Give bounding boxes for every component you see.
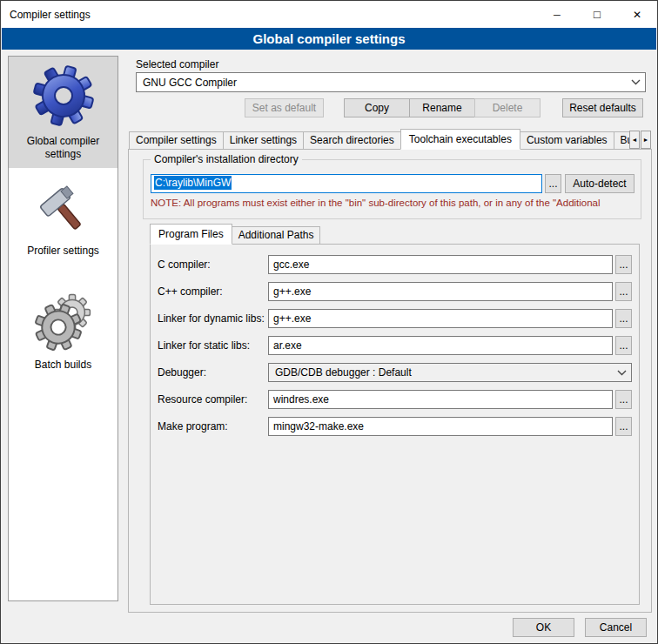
auto-detect-button[interactable]: Auto-detect [565, 174, 634, 193]
compiler-select[interactable]: GNU GCC Compiler [136, 72, 646, 92]
program-files-panel: C compiler: ... C++ compiler: ... Linker… [150, 244, 640, 605]
toolchain-executables-panel: Compiler's installation directory C:\ray… [128, 149, 652, 613]
settings-tabs: Compiler settings Linker settings Search… [129, 129, 630, 150]
cpp-compiler-input[interactable] [268, 282, 613, 301]
tab-build-options[interactable]: Buil [614, 131, 630, 150]
field-row-linker-static: Linker for static libs: ... [158, 336, 632, 355]
tab-compiler-settings[interactable]: Compiler settings [129, 131, 224, 150]
maximize-button[interactable]: □ [577, 1, 617, 28]
close-icon: ✕ [633, 9, 641, 21]
arrow-left-icon: ◄ [632, 137, 638, 143]
cancel-button[interactable]: Cancel [585, 618, 647, 637]
browse-button[interactable]: ... [615, 255, 632, 274]
title-bar[interactable]: Compiler settings ─ □ ✕ [1, 1, 657, 28]
gear-icon [31, 64, 96, 128]
tab-linker-settings[interactable]: Linker settings [223, 131, 304, 150]
delete-button[interactable]: Delete [474, 98, 540, 117]
ok-button[interactable]: OK [513, 618, 574, 637]
c-compiler-input[interactable] [268, 255, 613, 274]
profiler-hammer-icon [37, 184, 91, 238]
note-text: NOTE: All programs must exist either in … [151, 198, 636, 208]
field-label: Debugger: [158, 366, 268, 379]
browse-button[interactable]: ... [615, 309, 632, 328]
rename-button[interactable]: Rename [409, 98, 475, 117]
browse-directory-button[interactable]: ... [545, 174, 561, 193]
browse-button[interactable]: ... [615, 336, 632, 355]
sidebar-item-batch-builds[interactable]: Batch builds [9, 284, 118, 379]
close-button[interactable]: ✕ [617, 1, 657, 28]
subtab-program-files[interactable]: Program Files [150, 224, 232, 245]
field-label: Make program: [158, 420, 268, 433]
make-program-input[interactable] [268, 417, 613, 436]
field-label: Linker for dynamic libs: [158, 312, 268, 325]
browse-button[interactable]: ... [615, 282, 632, 301]
sidebar-item-label: Batch builds [35, 359, 91, 372]
tab-scroll-left-button[interactable]: ◄ [629, 131, 640, 149]
tab-scroll-buttons: ◄ ► [629, 131, 652, 149]
field-label: C++ compiler: [158, 285, 268, 298]
installation-directory-group: Compiler's installation directory C:\ray… [143, 159, 641, 219]
selected-compiler-label: Selected compiler [136, 58, 218, 70]
tab-scroll-right-button[interactable]: ► [641, 131, 651, 149]
minimize-button[interactable]: ─ [537, 1, 577, 28]
field-label: C compiler: [158, 258, 268, 271]
installation-directory-group-title: Compiler's installation directory [151, 153, 302, 165]
set-as-default-button[interactable]: Set as default [245, 98, 324, 117]
tab-custom-variables[interactable]: Custom variables [520, 131, 614, 150]
field-row-cpp-compiler: C++ compiler: ... [158, 282, 632, 301]
installation-directory-input[interactable]: C:\raylib\MinGW [151, 174, 542, 193]
debugger-select[interactable]: GDB/CDB debugger : Default [268, 363, 632, 382]
field-row-resource-compiler: Resource compiler: ... [158, 390, 632, 409]
debugger-select-value: GDB/CDB debugger : Default [275, 366, 617, 379]
field-row-c-compiler: C compiler: ... [158, 255, 632, 274]
batch-builds-gears-icon [33, 291, 94, 352]
linker-dynamic-input[interactable] [268, 309, 613, 328]
reset-defaults-button[interactable]: Reset defaults [562, 98, 643, 117]
field-label: Resource compiler: [158, 393, 268, 406]
sidebar-item-profiler-settings[interactable]: Profiler settings [9, 177, 118, 265]
field-row-debugger: Debugger: GDB/CDB debugger : Default [158, 363, 632, 382]
field-row-make-program: Make program: ... [158, 417, 632, 436]
sidebar-item-label: Global compiler settings [12, 135, 114, 161]
subtab-additional-paths[interactable]: Additional Paths [232, 226, 321, 245]
copy-button[interactable]: Copy [344, 98, 410, 117]
browse-button[interactable]: ... [615, 390, 632, 409]
field-row-linker-dynamic: Linker for dynamic libs: ... [158, 309, 632, 328]
window-controls: ─ □ ✕ [537, 1, 657, 28]
arrow-right-icon: ► [643, 137, 649, 143]
tab-toolchain-executables[interactable]: Toolchain executables [400, 129, 520, 150]
maximize-icon: □ [594, 8, 601, 21]
window-title: Compiler settings [10, 9, 91, 21]
compiler-settings-dialog: Compiler settings ─ □ ✕ Global compiler … [0, 0, 658, 644]
page-title: Global compiler settings [2, 28, 656, 50]
minimize-icon: ─ [554, 10, 561, 20]
field-label: Linker for static libs: [158, 339, 268, 352]
sidebar-item-global-compiler-settings[interactable]: Global compiler settings [9, 57, 118, 168]
chevron-down-icon [617, 370, 627, 376]
sidebar-item-label: Profiler settings [27, 245, 99, 258]
compiler-select-value: GNU GCC Compiler [143, 77, 631, 89]
chevron-down-icon [631, 79, 641, 85]
program-files-tabs: Program Files Additional Paths [150, 224, 319, 245]
linker-static-input[interactable] [268, 336, 613, 355]
settings-category-list: Global compiler settings Profiler settin… [8, 56, 118, 601]
browse-button[interactable]: ... [615, 417, 632, 436]
resource-compiler-input[interactable] [268, 390, 613, 409]
tab-search-directories[interactable]: Search directories [303, 131, 401, 150]
installation-directory-value: C:\raylib\MinGW [154, 176, 232, 190]
